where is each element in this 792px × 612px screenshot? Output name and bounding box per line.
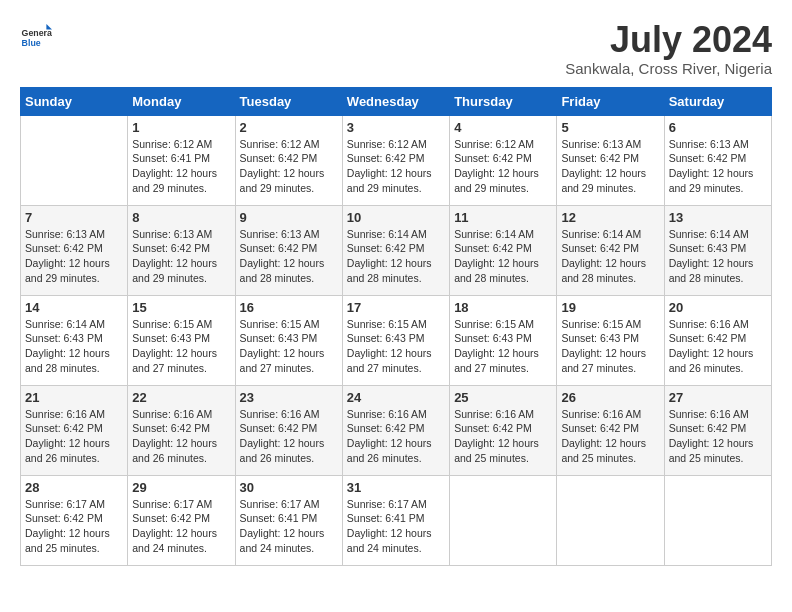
day-number: 19 <box>561 300 659 315</box>
day-info: Sunrise: 6:14 AMSunset: 6:42 PMDaylight:… <box>454 227 552 286</box>
page-header: General Blue July 2024 Sankwala, Cross R… <box>20 20 772 77</box>
day-number: 30 <box>240 480 338 495</box>
day-info: Sunrise: 6:16 AMSunset: 6:42 PMDaylight:… <box>561 407 659 466</box>
day-number: 26 <box>561 390 659 405</box>
day-info: Sunrise: 6:13 AMSunset: 6:42 PMDaylight:… <box>669 137 767 196</box>
day-number: 17 <box>347 300 445 315</box>
day-info: Sunrise: 6:17 AMSunset: 6:42 PMDaylight:… <box>132 497 230 556</box>
logo-icon: General Blue <box>20 20 52 52</box>
calendar-cell <box>21 115 128 205</box>
day-info: Sunrise: 6:16 AMSunset: 6:42 PMDaylight:… <box>240 407 338 466</box>
day-number: 31 <box>347 480 445 495</box>
day-number: 10 <box>347 210 445 225</box>
day-info: Sunrise: 6:14 AMSunset: 6:43 PMDaylight:… <box>669 227 767 286</box>
day-info: Sunrise: 6:15 AMSunset: 6:43 PMDaylight:… <box>132 317 230 376</box>
calendar-cell: 12Sunrise: 6:14 AMSunset: 6:42 PMDayligh… <box>557 205 664 295</box>
weekday-header-wednesday: Wednesday <box>342 87 449 115</box>
day-number: 16 <box>240 300 338 315</box>
day-info: Sunrise: 6:16 AMSunset: 6:42 PMDaylight:… <box>25 407 123 466</box>
day-info: Sunrise: 6:12 AMSunset: 6:42 PMDaylight:… <box>454 137 552 196</box>
calendar-cell: 1Sunrise: 6:12 AMSunset: 6:41 PMDaylight… <box>128 115 235 205</box>
calendar-cell: 7Sunrise: 6:13 AMSunset: 6:42 PMDaylight… <box>21 205 128 295</box>
day-number: 12 <box>561 210 659 225</box>
calendar-cell: 10Sunrise: 6:14 AMSunset: 6:42 PMDayligh… <box>342 205 449 295</box>
logo: General Blue <box>20 20 52 52</box>
calendar-cell: 28Sunrise: 6:17 AMSunset: 6:42 PMDayligh… <box>21 475 128 565</box>
day-info: Sunrise: 6:16 AMSunset: 6:42 PMDaylight:… <box>132 407 230 466</box>
calendar-cell: 31Sunrise: 6:17 AMSunset: 6:41 PMDayligh… <box>342 475 449 565</box>
calendar-cell: 2Sunrise: 6:12 AMSunset: 6:42 PMDaylight… <box>235 115 342 205</box>
weekday-header-monday: Monday <box>128 87 235 115</box>
day-number: 9 <box>240 210 338 225</box>
day-info: Sunrise: 6:17 AMSunset: 6:41 PMDaylight:… <box>347 497 445 556</box>
day-info: Sunrise: 6:15 AMSunset: 6:43 PMDaylight:… <box>240 317 338 376</box>
calendar-week-2: 7Sunrise: 6:13 AMSunset: 6:42 PMDaylight… <box>21 205 772 295</box>
calendar-cell: 6Sunrise: 6:13 AMSunset: 6:42 PMDaylight… <box>664 115 771 205</box>
day-info: Sunrise: 6:17 AMSunset: 6:41 PMDaylight:… <box>240 497 338 556</box>
calendar-cell: 22Sunrise: 6:16 AMSunset: 6:42 PMDayligh… <box>128 385 235 475</box>
day-number: 13 <box>669 210 767 225</box>
weekday-header-thursday: Thursday <box>450 87 557 115</box>
calendar-cell: 30Sunrise: 6:17 AMSunset: 6:41 PMDayligh… <box>235 475 342 565</box>
weekday-header-saturday: Saturday <box>664 87 771 115</box>
day-info: Sunrise: 6:15 AMSunset: 6:43 PMDaylight:… <box>561 317 659 376</box>
calendar-cell: 23Sunrise: 6:16 AMSunset: 6:42 PMDayligh… <box>235 385 342 475</box>
calendar-cell: 29Sunrise: 6:17 AMSunset: 6:42 PMDayligh… <box>128 475 235 565</box>
weekday-header-friday: Friday <box>557 87 664 115</box>
day-info: Sunrise: 6:13 AMSunset: 6:42 PMDaylight:… <box>132 227 230 286</box>
weekday-header-tuesday: Tuesday <box>235 87 342 115</box>
day-info: Sunrise: 6:14 AMSunset: 6:42 PMDaylight:… <box>561 227 659 286</box>
day-number: 14 <box>25 300 123 315</box>
day-number: 29 <box>132 480 230 495</box>
calendar-cell <box>664 475 771 565</box>
day-number: 4 <box>454 120 552 135</box>
day-info: Sunrise: 6:12 AMSunset: 6:42 PMDaylight:… <box>347 137 445 196</box>
calendar-cell: 4Sunrise: 6:12 AMSunset: 6:42 PMDaylight… <box>450 115 557 205</box>
calendar-header-row: SundayMondayTuesdayWednesdayThursdayFrid… <box>21 87 772 115</box>
calendar-week-5: 28Sunrise: 6:17 AMSunset: 6:42 PMDayligh… <box>21 475 772 565</box>
title-area: July 2024 Sankwala, Cross River, Nigeria <box>565 20 772 77</box>
day-info: Sunrise: 6:17 AMSunset: 6:42 PMDaylight:… <box>25 497 123 556</box>
day-info: Sunrise: 6:16 AMSunset: 6:42 PMDaylight:… <box>347 407 445 466</box>
calendar-cell: 11Sunrise: 6:14 AMSunset: 6:42 PMDayligh… <box>450 205 557 295</box>
day-number: 7 <box>25 210 123 225</box>
calendar-cell: 14Sunrise: 6:14 AMSunset: 6:43 PMDayligh… <box>21 295 128 385</box>
calendar-cell: 9Sunrise: 6:13 AMSunset: 6:42 PMDaylight… <box>235 205 342 295</box>
calendar-cell <box>450 475 557 565</box>
location: Sankwala, Cross River, Nigeria <box>565 60 772 77</box>
day-info: Sunrise: 6:13 AMSunset: 6:42 PMDaylight:… <box>561 137 659 196</box>
day-number: 25 <box>454 390 552 405</box>
day-number: 6 <box>669 120 767 135</box>
day-number: 1 <box>132 120 230 135</box>
calendar-cell: 3Sunrise: 6:12 AMSunset: 6:42 PMDaylight… <box>342 115 449 205</box>
day-number: 8 <box>132 210 230 225</box>
day-number: 2 <box>240 120 338 135</box>
day-number: 27 <box>669 390 767 405</box>
day-number: 11 <box>454 210 552 225</box>
calendar-cell: 17Sunrise: 6:15 AMSunset: 6:43 PMDayligh… <box>342 295 449 385</box>
day-info: Sunrise: 6:15 AMSunset: 6:43 PMDaylight:… <box>347 317 445 376</box>
day-info: Sunrise: 6:14 AMSunset: 6:43 PMDaylight:… <box>25 317 123 376</box>
calendar-cell: 8Sunrise: 6:13 AMSunset: 6:42 PMDaylight… <box>128 205 235 295</box>
day-info: Sunrise: 6:14 AMSunset: 6:42 PMDaylight:… <box>347 227 445 286</box>
day-number: 5 <box>561 120 659 135</box>
day-number: 24 <box>347 390 445 405</box>
calendar-cell: 13Sunrise: 6:14 AMSunset: 6:43 PMDayligh… <box>664 205 771 295</box>
calendar-cell: 20Sunrise: 6:16 AMSunset: 6:42 PMDayligh… <box>664 295 771 385</box>
calendar-body: 1Sunrise: 6:12 AMSunset: 6:41 PMDaylight… <box>21 115 772 565</box>
day-number: 23 <box>240 390 338 405</box>
day-info: Sunrise: 6:12 AMSunset: 6:41 PMDaylight:… <box>132 137 230 196</box>
day-info: Sunrise: 6:13 AMSunset: 6:42 PMDaylight:… <box>25 227 123 286</box>
day-info: Sunrise: 6:13 AMSunset: 6:42 PMDaylight:… <box>240 227 338 286</box>
day-number: 18 <box>454 300 552 315</box>
day-number: 28 <box>25 480 123 495</box>
month-title: July 2024 <box>565 20 772 60</box>
day-info: Sunrise: 6:12 AMSunset: 6:42 PMDaylight:… <box>240 137 338 196</box>
svg-text:Blue: Blue <box>22 38 41 48</box>
calendar-cell: 26Sunrise: 6:16 AMSunset: 6:42 PMDayligh… <box>557 385 664 475</box>
calendar-cell: 16Sunrise: 6:15 AMSunset: 6:43 PMDayligh… <box>235 295 342 385</box>
calendar-cell: 27Sunrise: 6:16 AMSunset: 6:42 PMDayligh… <box>664 385 771 475</box>
calendar-cell: 21Sunrise: 6:16 AMSunset: 6:42 PMDayligh… <box>21 385 128 475</box>
calendar-table: SundayMondayTuesdayWednesdayThursdayFrid… <box>20 87 772 566</box>
weekday-header-sunday: Sunday <box>21 87 128 115</box>
